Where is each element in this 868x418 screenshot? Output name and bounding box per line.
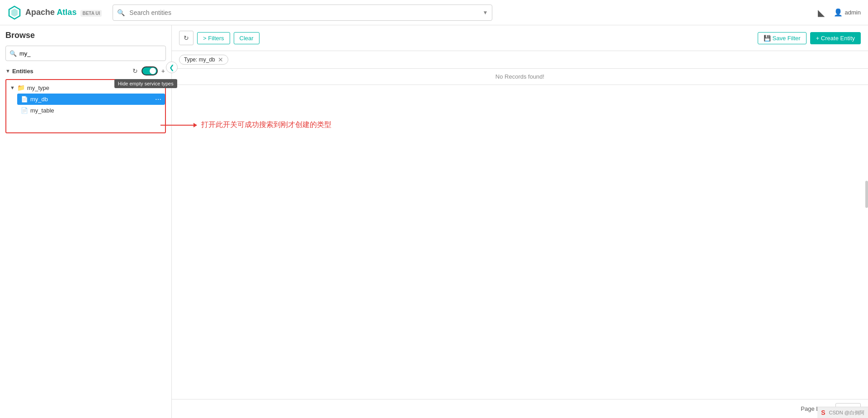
tree-child-my-db[interactable]: 📄 my_db ⋯	[17, 94, 165, 105]
entities-section-label: ▼ Entities	[5, 68, 33, 75]
bottom-bar-text: CSDN @白倒阿	[829, 409, 864, 416]
results-empty-message: No Records found!	[172, 69, 868, 85]
bottom-bar-s-icon: S	[821, 409, 825, 416]
admin-menu[interactable]: 👤 admin	[834, 8, 861, 17]
toggle-tooltip: Hide empty service types	[114, 79, 177, 88]
more-options-icon[interactable]: ⋯	[155, 96, 161, 103]
search-icon: 🔍	[117, 9, 125, 16]
logo: Apache Atlas BETA UI	[7, 5, 102, 20]
clear-button[interactable]: Clear	[234, 32, 259, 44]
filters-label: > Filters	[203, 35, 224, 42]
logo-atlas-text: Atlas	[57, 8, 76, 17]
bottom-bar: S CSDN @白倒阿	[817, 407, 868, 418]
user-icon: 👤	[834, 8, 843, 17]
admin-label: admin	[845, 9, 861, 16]
file-icon-my-table: 📄	[21, 107, 28, 114]
save-filter-button[interactable]: 💾 Save Filter	[758, 32, 807, 44]
file-icon-my-db: 📄	[21, 96, 28, 103]
logo-beta-badge: BETA UI	[80, 10, 102, 17]
hide-empty-toggle-container: Hide empty service types	[142, 66, 158, 75]
sidebar-search-icon: 🔍	[9, 50, 17, 57]
save-filter-icon: 💾	[764, 35, 771, 42]
filter-tag-close-icon[interactable]: ✕	[218, 56, 223, 63]
create-entity-button[interactable]: + Create Entity	[810, 32, 861, 44]
entities-header: ▼ Entities ↻ Hide empty service types +	[5, 66, 166, 75]
entities-chevron-icon: ▼	[5, 68, 10, 74]
filter-tags-row: Type: my_db ✕	[172, 51, 868, 69]
sidebar-search-box[interactable]: 🔍	[5, 46, 166, 61]
navbar-right: ◣ 👤 admin	[818, 7, 861, 18]
results-footer: Page Limit : 25 50 100	[172, 399, 868, 418]
results-area: No Records found! Page Limit : 25 50 100	[172, 69, 868, 418]
browse-title: Browse	[5, 31, 166, 40]
logo-hex-icon	[7, 5, 22, 20]
tree-parent-label: my_type	[27, 85, 49, 91]
filter-tag-label: Type: my_db	[184, 56, 215, 63]
svg-marker-1	[11, 9, 18, 17]
entities-controls: ↻ Hide empty service types +	[132, 66, 166, 75]
refresh-button[interactable]: ↻	[179, 31, 193, 45]
entities-label-text: Entities	[12, 68, 33, 75]
entities-add-button[interactable]: +	[160, 66, 166, 75]
tree-child-label-my-table: my_table	[30, 107, 54, 114]
search-dropdown-icon[interactable]: ▼	[482, 9, 488, 16]
hide-empty-toggle[interactable]	[142, 66, 158, 75]
toggle-knob	[150, 68, 156, 74]
clear-label: Clear	[240, 35, 254, 42]
tree-chevron-icon: ▼	[10, 85, 15, 90]
create-entity-label: + Create Entity	[816, 35, 855, 42]
entities-refresh-button[interactable]: ↻	[132, 66, 139, 75]
results-body	[172, 85, 868, 399]
logo-apache-text: Apache	[25, 8, 55, 17]
navbar: Apache Atlas BETA UI 🔍 ▼ ◣ 👤 admin	[0, 0, 868, 25]
sidebar: ❮ Browse 🔍 ▼ Entities ↻ Hide empty servi…	[0, 25, 172, 418]
content-area: ↻ > Filters Clear 💾 Save Filter + Create…	[172, 25, 868, 418]
tree-children: 📄 my_db ⋯ 📄 my_table	[6, 94, 165, 116]
search-input[interactable]	[113, 5, 492, 21]
tree-child-label-my-db: my_db	[30, 96, 48, 103]
chart-icon[interactable]: ◣	[818, 7, 825, 18]
filter-tag-type-my-db: Type: my_db ✕	[179, 55, 228, 65]
tree-child-my-table[interactable]: 📄 my_table	[17, 105, 165, 116]
toolbar-right: 💾 Save Filter + Create Entity	[758, 32, 861, 44]
scrollbar[interactable]	[865, 181, 868, 208]
save-filter-label: Save Filter	[773, 35, 801, 42]
filters-button[interactable]: > Filters	[197, 32, 230, 44]
search-bar[interactable]: 🔍 ▼	[113, 5, 492, 21]
sidebar-search-input[interactable]	[19, 50, 162, 57]
folder-icon: 📁	[17, 84, 25, 91]
sidebar-collapse-button[interactable]: ❮	[166, 61, 178, 73]
toolbar: ↻ > Filters Clear 💾 Save Filter + Create…	[172, 25, 868, 51]
main-layout: ❮ Browse 🔍 ▼ Entities ↻ Hide empty servi…	[0, 25, 868, 418]
